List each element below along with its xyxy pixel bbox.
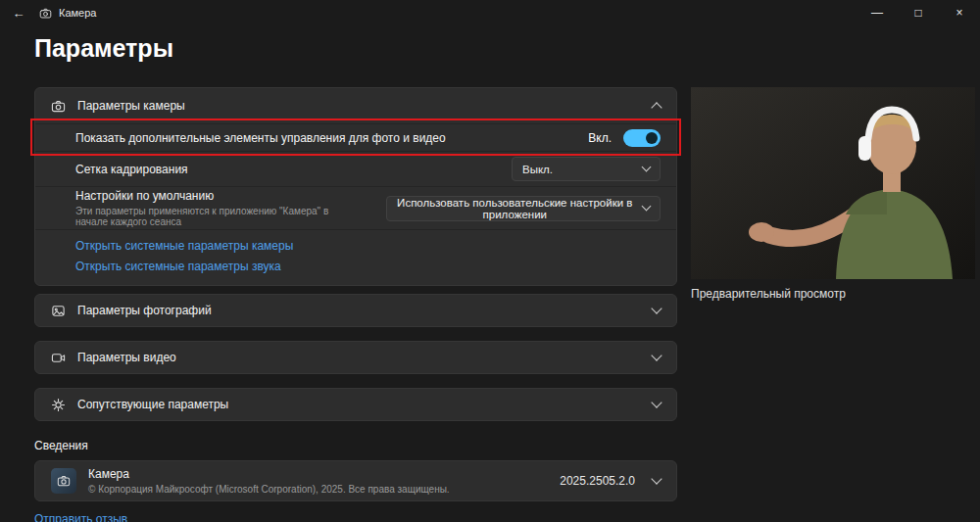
titlebar: ← Камера — □ × [0, 0, 980, 25]
chevron-down-icon [651, 397, 662, 407]
video-settings-expander[interactable]: Параметры видео [35, 342, 676, 373]
toggle-state-label: Вкл. [588, 131, 612, 145]
related-settings-card: Сопутствующие параметры [34, 388, 677, 421]
framing-grid-row: Сетка кадрирования Выкл. [35, 151, 676, 186]
preview-caption: Предварительный просмотр [691, 287, 975, 301]
app-version: 2025.2505.2.0 [560, 474, 635, 488]
pro-mode-label: Показать дополнительные элементы управле… [75, 131, 446, 145]
framing-grid-label: Сетка кадрирования [75, 163, 188, 176]
related-settings-expander[interactable]: Сопутствующие параметры [35, 389, 676, 420]
back-button[interactable]: ← [0, 0, 37, 25]
close-button[interactable]: × [939, 0, 980, 25]
chevron-down-icon [642, 202, 652, 212]
default-settings-label: Настройки по умолчанию [75, 189, 363, 203]
camera-settings-card: Параметры камеры Показать дополнительные… [34, 87, 677, 286]
camera-app-window: ← Камера — □ × Параметры Параметры камер… [0, 0, 980, 522]
video-settings-title: Параметры видео [77, 351, 176, 364]
chevron-down-icon [651, 473, 662, 484]
pro-mode-row: Показать дополнительные элементы управле… [35, 123, 676, 151]
framing-grid-value: Выкл. [522, 164, 553, 175]
system-links-row: Открыть системные параметры камеры Откры… [35, 229, 676, 285]
gear-icon [51, 398, 66, 412]
maximize-button[interactable]: □ [898, 0, 939, 25]
pro-mode-toggle[interactable] [623, 129, 661, 147]
default-settings-description: Эти параметры применяются к приложению "… [75, 206, 363, 227]
photo-settings-card: Параметры фотографий [34, 294, 677, 327]
app-title: Камера [59, 7, 96, 19]
video-icon [51, 351, 66, 365]
photo-settings-expander[interactable]: Параметры фотографий [35, 295, 676, 326]
about-app-name: Камера [88, 467, 450, 481]
camera-settings-title: Параметры камеры [77, 99, 185, 113]
related-settings-title: Сопутствующие параметры [77, 398, 228, 411]
open-sound-system-settings-link[interactable]: Открыть системные параметры звука [75, 259, 281, 275]
about-card: Камера © Корпорация Майкрософт (Microsof… [34, 460, 677, 501]
default-settings-value: Использовать пользовательские настройки … [397, 197, 633, 220]
camera-app-icon [39, 7, 52, 20]
about-header: Сведения [34, 439, 677, 452]
video-settings-card: Параметры видео [34, 341, 677, 374]
photo-icon [51, 304, 66, 318]
preview-pane: Предварительный просмотр [691, 87, 975, 301]
settings-column: Параметры камеры Показать дополнительные… [34, 87, 677, 522]
minimize-button[interactable]: — [857, 0, 898, 25]
chevron-down-icon [642, 163, 652, 172]
default-settings-row: Настройки по умолчанию Эти параметры при… [35, 186, 676, 229]
about-copyright: © Корпорация Майкрософт (Microsoft Corpo… [88, 484, 450, 495]
camera-icon [51, 99, 66, 114]
framing-grid-dropdown[interactable]: Выкл. [512, 157, 661, 181]
page-title: Параметры [34, 33, 980, 64]
person-illustration [691, 87, 975, 279]
camera-settings-expander[interactable]: Параметры камеры [35, 88, 676, 123]
send-feedback-link[interactable]: Отправить отзыв [34, 511, 127, 522]
toggle-knob [646, 132, 658, 144]
open-camera-system-settings-link[interactable]: Открыть системные параметры камеры [75, 238, 293, 255]
chevron-down-icon [651, 303, 662, 313]
camera-app-tile-icon [51, 468, 76, 494]
default-settings-dropdown[interactable]: Использовать пользовательские настройки … [386, 196, 661, 221]
chevron-up-icon [651, 102, 662, 113]
photo-settings-title: Параметры фотографий [77, 304, 212, 317]
about-expander[interactable]: Камера © Корпорация Майкрософт (Microsof… [35, 461, 676, 500]
camera-preview-image [691, 87, 975, 279]
chevron-down-icon [651, 350, 662, 360]
